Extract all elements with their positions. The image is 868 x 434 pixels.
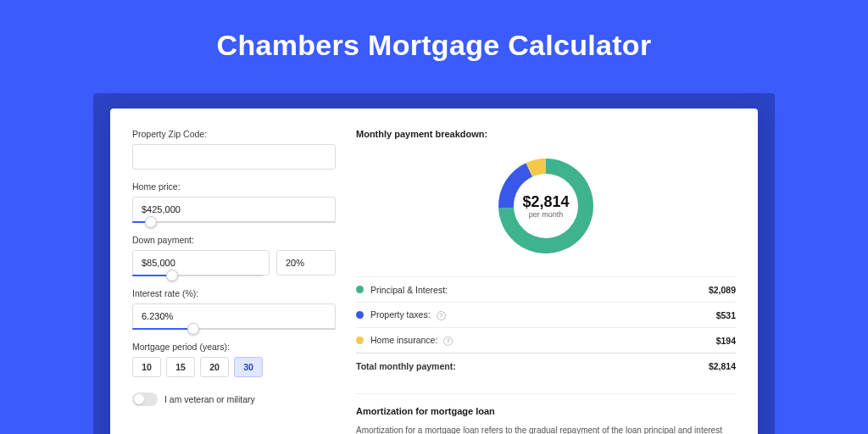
- zip-input[interactable]: [132, 144, 336, 170]
- form-column: Property Zip Code: Home price: Down paym…: [132, 129, 336, 434]
- interest-rate-slider-fill: [132, 328, 193, 330]
- info-icon[interactable]: ?: [443, 337, 453, 346]
- field-zip: Property Zip Code:: [132, 129, 336, 170]
- down-payment-pct-input[interactable]: [276, 250, 336, 275]
- breakdown-row-total: Total monthly payment: $2,814: [356, 353, 736, 378]
- page-title: Chambers Mortgage Calculator: [0, 0, 868, 81]
- donut-chart: $2,814 per month: [356, 147, 736, 276]
- dot-insurance: [356, 337, 364, 344]
- veteran-label: I am veteran or military: [164, 394, 255, 404]
- veteran-toggle-knob: [134, 394, 144, 404]
- breakdown-row-insurance: Home insurance: ? $194: [356, 327, 736, 353]
- breakdown-value: $2,089: [709, 285, 736, 295]
- period-option-20[interactable]: 20: [200, 357, 229, 377]
- field-veteran: I am veteran or military: [132, 392, 336, 406]
- breakdown-title: Monthly payment breakdown:: [356, 129, 736, 139]
- interest-rate-input[interactable]: [132, 303, 336, 329]
- breakdown-value: $531: [716, 310, 736, 320]
- breakdown-label: Property taxes: ?: [370, 309, 716, 320]
- home-price-input[interactable]: [132, 197, 336, 222]
- dot-principal: [356, 286, 364, 293]
- calculator-card: Property Zip Code: Home price: Down paym…: [110, 108, 758, 434]
- breakdown-total-value: $2,814: [709, 361, 736, 371]
- home-price-slider-thumb[interactable]: [145, 216, 157, 228]
- breakdown-row-taxes: Property taxes: ? $531: [356, 302, 736, 327]
- field-down-payment: Down payment:: [132, 235, 336, 276]
- field-home-price: Home price:: [132, 181, 336, 223]
- veteran-toggle[interactable]: [132, 392, 158, 406]
- amortization-title: Amortization for mortgage loan: [356, 406, 736, 416]
- down-payment-slider-thumb[interactable]: [166, 270, 178, 281]
- field-interest-rate: Interest rate (%):: [132, 288, 336, 330]
- breakdown-row-principal: Principal & Interest: $2,089: [356, 276, 736, 302]
- breakdown-label: Home insurance: ?: [370, 335, 716, 346]
- down-payment-input[interactable]: [132, 250, 270, 275]
- interest-rate-slider-thumb[interactable]: [187, 323, 199, 335]
- interest-rate-label: Interest rate (%):: [132, 288, 336, 298]
- breakdown-column: Monthly payment breakdown: $2,814 per mo…: [356, 129, 736, 434]
- dot-taxes: [356, 311, 364, 319]
- amortization-body: Amortization for a mortgage loan refers …: [356, 425, 736, 434]
- info-icon[interactable]: ?: [437, 311, 446, 320]
- breakdown-label: Principal & Interest:: [370, 285, 709, 295]
- donut-sub: per month: [529, 210, 564, 219]
- period-option-10[interactable]: 10: [132, 357, 161, 377]
- home-price-slider[interactable]: [132, 221, 336, 223]
- interest-rate-slider[interactable]: [132, 328, 336, 330]
- period-option-15[interactable]: 15: [166, 357, 195, 377]
- zip-label: Property Zip Code:: [132, 129, 336, 139]
- breakdown-value: $194: [716, 336, 736, 346]
- home-price-label: Home price:: [132, 181, 336, 192]
- field-mortgage-period: Mortgage period (years): 10152030: [132, 342, 336, 377]
- donut-amount: $2,814: [522, 193, 569, 210]
- down-payment-slider[interactable]: [132, 275, 264, 276]
- period-option-30[interactable]: 30: [234, 357, 263, 377]
- mortgage-period-options: 10152030: [132, 357, 336, 377]
- amortization-section: Amortization for mortgage loan Amortizat…: [356, 393, 736, 434]
- down-payment-label: Down payment:: [132, 235, 336, 245]
- breakdown-total-label: Total monthly payment:: [356, 361, 709, 371]
- mortgage-period-label: Mortgage period (years):: [132, 342, 336, 352]
